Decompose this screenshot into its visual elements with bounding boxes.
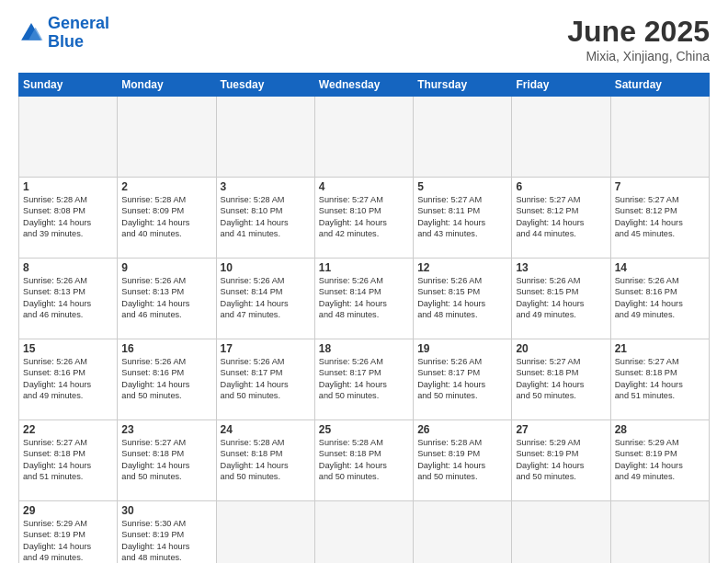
table-row <box>610 97 709 178</box>
day-info: Sunrise: 5:29 AMSunset: 8:19 PMDaylight:… <box>516 437 606 483</box>
col-wednesday: Wednesday <box>314 74 413 97</box>
table-row: 11 Sunrise: 5:26 AMSunset: 8:14 PMDaylig… <box>314 259 413 339</box>
table-row <box>610 501 709 564</box>
day-info: Sunrise: 5:26 AMSunset: 8:14 PMDaylight:… <box>221 275 311 321</box>
col-sunday: Sunday <box>19 74 118 97</box>
title-block: June 2025 Mixia, Xinjiang, China <box>567 15 710 63</box>
header: General Blue June 2025 Mixia, Xinjiang, … <box>18 15 710 63</box>
table-row: 27 Sunrise: 5:29 AMSunset: 8:19 PMDaylig… <box>512 420 610 501</box>
table-row <box>314 501 413 564</box>
table-row <box>414 501 512 564</box>
table-row: 7 Sunrise: 5:27 AMSunset: 8:12 PMDayligh… <box>610 178 709 259</box>
logo-text: General Blue <box>48 15 109 52</box>
col-monday: Monday <box>118 74 216 97</box>
day-number: 17 <box>221 342 311 355</box>
day-number: 28 <box>615 423 705 436</box>
day-info: Sunrise: 5:28 AMSunset: 8:10 PMDaylight:… <box>221 194 311 240</box>
month-title: June 2025 <box>567 15 710 49</box>
day-number: 3 <box>221 180 311 193</box>
logo-general: General <box>48 14 109 32</box>
day-number: 20 <box>516 342 606 355</box>
table-row: 9 Sunrise: 5:26 AMSunset: 8:13 PMDayligh… <box>118 259 216 339</box>
table-row: 1 Sunrise: 5:28 AMSunset: 8:08 PMDayligh… <box>19 178 118 259</box>
day-number: 7 <box>615 180 705 193</box>
day-number: 5 <box>417 180 507 193</box>
day-info: Sunrise: 5:30 AMSunset: 8:19 PMDaylight:… <box>121 518 211 563</box>
day-info: Sunrise: 5:26 AMSunset: 8:16 PMDaylight:… <box>23 356 113 402</box>
day-info: Sunrise: 5:27 AMSunset: 8:18 PMDaylight:… <box>121 437 211 483</box>
day-number: 30 <box>121 504 211 517</box>
table-row: 13 Sunrise: 5:26 AMSunset: 8:15 PMDaylig… <box>512 259 610 339</box>
table-row: 19 Sunrise: 5:26 AMSunset: 8:17 PMDaylig… <box>414 339 512 420</box>
table-row: 20 Sunrise: 5:27 AMSunset: 8:18 PMDaylig… <box>512 339 610 420</box>
location: Mixia, Xinjiang, China <box>567 49 710 63</box>
day-number: 18 <box>319 342 409 355</box>
day-number: 16 <box>121 342 211 355</box>
table-row: 21 Sunrise: 5:27 AMSunset: 8:18 PMDaylig… <box>610 339 709 420</box>
table-row <box>19 97 118 178</box>
table-row: 8 Sunrise: 5:26 AMSunset: 8:13 PMDayligh… <box>19 259 118 339</box>
day-number: 24 <box>221 423 311 436</box>
day-number: 19 <box>417 342 507 355</box>
day-number: 22 <box>23 423 113 436</box>
day-number: 11 <box>319 261 409 274</box>
logo-blue: Blue <box>48 32 84 51</box>
table-row: 15 Sunrise: 5:26 AMSunset: 8:16 PMDaylig… <box>19 339 118 420</box>
day-info: Sunrise: 5:26 AMSunset: 8:13 PMDaylight:… <box>23 275 113 321</box>
day-number: 21 <box>615 342 705 355</box>
table-row: 28 Sunrise: 5:29 AMSunset: 8:19 PMDaylig… <box>610 420 709 501</box>
day-info: Sunrise: 5:26 AMSunset: 8:16 PMDaylight:… <box>121 356 211 402</box>
col-tuesday: Tuesday <box>216 74 314 97</box>
table-row: 6 Sunrise: 5:27 AMSunset: 8:12 PMDayligh… <box>512 178 610 259</box>
day-info: Sunrise: 5:27 AMSunset: 8:11 PMDaylight:… <box>417 194 507 240</box>
table-row: 25 Sunrise: 5:28 AMSunset: 8:18 PMDaylig… <box>314 420 413 501</box>
table-row <box>216 501 314 564</box>
day-info: Sunrise: 5:26 AMSunset: 8:15 PMDaylight:… <box>417 275 507 321</box>
logo: General Blue <box>18 15 109 52</box>
calendar-table: Sunday Monday Tuesday Wednesday Thursday… <box>18 73 710 563</box>
day-info: Sunrise: 5:28 AMSunset: 8:19 PMDaylight:… <box>417 437 507 483</box>
table-row: 2 Sunrise: 5:28 AMSunset: 8:09 PMDayligh… <box>118 178 216 259</box>
table-row <box>512 501 610 564</box>
day-info: Sunrise: 5:27 AMSunset: 8:18 PMDaylight:… <box>615 356 705 402</box>
col-thursday: Thursday <box>414 74 512 97</box>
day-info: Sunrise: 5:27 AMSunset: 8:18 PMDaylight:… <box>23 437 113 483</box>
day-info: Sunrise: 5:28 AMSunset: 8:08 PMDaylight:… <box>23 194 113 240</box>
table-row: 10 Sunrise: 5:26 AMSunset: 8:14 PMDaylig… <box>216 259 314 339</box>
table-row: 29 Sunrise: 5:29 AMSunset: 8:19 PMDaylig… <box>19 501 118 564</box>
day-number: 25 <box>319 423 409 436</box>
day-number: 26 <box>417 423 507 436</box>
table-row: 18 Sunrise: 5:26 AMSunset: 8:17 PMDaylig… <box>314 339 413 420</box>
table-row: 4 Sunrise: 5:27 AMSunset: 8:10 PMDayligh… <box>314 178 413 259</box>
day-number: 23 <box>121 423 211 436</box>
table-row <box>118 97 216 178</box>
table-row <box>216 97 314 178</box>
col-saturday: Saturday <box>610 74 709 97</box>
table-row <box>314 97 413 178</box>
day-info: Sunrise: 5:29 AMSunset: 8:19 PMDaylight:… <box>615 437 705 483</box>
day-number: 9 <box>121 261 211 274</box>
day-info: Sunrise: 5:26 AMSunset: 8:16 PMDaylight:… <box>615 275 705 321</box>
calendar-header-row: Sunday Monday Tuesday Wednesday Thursday… <box>19 74 710 97</box>
table-row <box>512 97 610 178</box>
day-info: Sunrise: 5:26 AMSunset: 8:17 PMDaylight:… <box>319 356 409 402</box>
day-number: 1 <box>23 180 113 193</box>
table-row: 3 Sunrise: 5:28 AMSunset: 8:10 PMDayligh… <box>216 178 314 259</box>
day-number: 15 <box>23 342 113 355</box>
day-number: 13 <box>516 261 606 274</box>
day-info: Sunrise: 5:26 AMSunset: 8:13 PMDaylight:… <box>121 275 211 321</box>
table-row: 22 Sunrise: 5:27 AMSunset: 8:18 PMDaylig… <box>19 420 118 501</box>
table-row: 12 Sunrise: 5:26 AMSunset: 8:15 PMDaylig… <box>414 259 512 339</box>
day-info: Sunrise: 5:26 AMSunset: 8:14 PMDaylight:… <box>319 275 409 321</box>
day-info: Sunrise: 5:26 AMSunset: 8:17 PMDaylight:… <box>221 356 311 402</box>
day-info: Sunrise: 5:28 AMSunset: 8:18 PMDaylight:… <box>319 437 409 483</box>
day-info: Sunrise: 5:26 AMSunset: 8:17 PMDaylight:… <box>417 356 507 402</box>
day-info: Sunrise: 5:27 AMSunset: 8:10 PMDaylight:… <box>319 194 409 240</box>
col-friday: Friday <box>512 74 610 97</box>
table-row: 14 Sunrise: 5:26 AMSunset: 8:16 PMDaylig… <box>610 259 709 339</box>
table-row: 16 Sunrise: 5:26 AMSunset: 8:16 PMDaylig… <box>118 339 216 420</box>
table-row <box>414 97 512 178</box>
day-info: Sunrise: 5:27 AMSunset: 8:18 PMDaylight:… <box>516 356 606 402</box>
day-number: 10 <box>221 261 311 274</box>
day-info: Sunrise: 5:28 AMSunset: 8:09 PMDaylight:… <box>121 194 211 240</box>
